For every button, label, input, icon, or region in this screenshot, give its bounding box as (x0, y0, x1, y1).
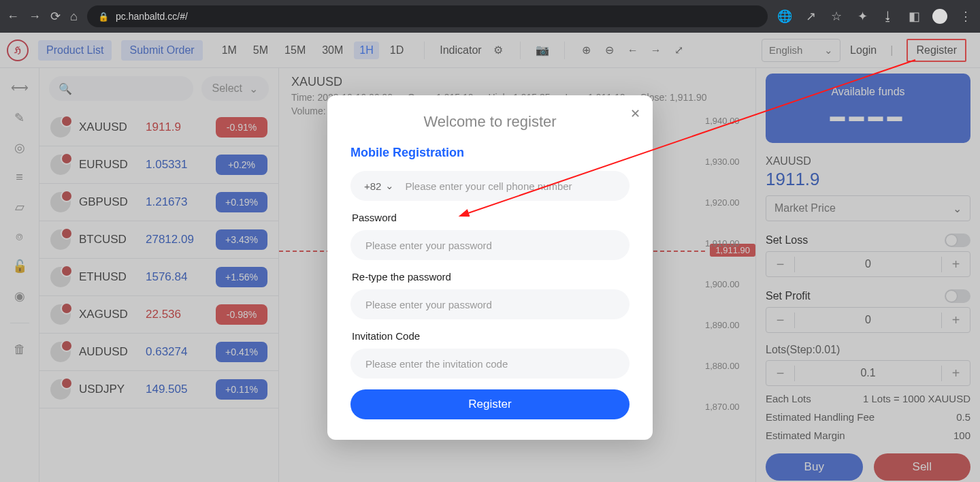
password2-label: Re-type the password (352, 271, 630, 283)
download-icon[interactable]: ⭳ (881, 9, 896, 24)
password-input[interactable] (364, 239, 616, 252)
modal-title: Welcome to register (350, 113, 630, 131)
url-text: pc.hanbaltd.cc/#/ (116, 11, 188, 22)
invite-code-input[interactable] (364, 357, 616, 370)
country-code-select[interactable]: +82 ⌄ (364, 180, 394, 192)
nav-back-icon[interactable]: ← (7, 9, 19, 24)
address-bar[interactable]: 🔒 pc.hanbaltd.cc/#/ (87, 5, 768, 27)
profile-avatar[interactable] (932, 9, 947, 24)
invite-label: Invitation Code (352, 330, 630, 342)
close-icon[interactable]: ✕ (630, 106, 640, 121)
app-root: ℌ Product List Submit Order 1M5M15M30M1H… (0, 33, 980, 482)
chevron-down-icon: ⌄ (385, 180, 394, 192)
register-modal: ✕ Welcome to register Mobile Registratio… (327, 95, 653, 440)
register-submit-button[interactable]: Register (350, 389, 630, 419)
panel-icon[interactable]: ◧ (906, 9, 921, 24)
share-icon[interactable]: ↗ (803, 9, 818, 24)
password-confirm-input[interactable] (364, 298, 616, 311)
lock-icon: 🔒 (98, 12, 109, 22)
password-label: Password (352, 212, 630, 223)
browser-toolbar: ← → ⟳ ⌂ 🔒 pc.hanbaltd.cc/#/ 🌐 ↗ ☆ ✦ ⭳ ◧ … (0, 0, 980, 33)
nav-forward-icon[interactable]: → (29, 9, 41, 24)
kebab-menu-icon[interactable]: ⋮ (958, 9, 973, 24)
modal-heading: Mobile Registration (350, 146, 630, 160)
nav-home-icon[interactable]: ⌂ (70, 9, 78, 24)
phone-field-wrap: +82 ⌄ (350, 171, 630, 201)
nav-reload-icon[interactable]: ⟳ (50, 9, 61, 24)
translate-icon[interactable]: 🌐 (777, 9, 792, 24)
extensions-icon[interactable]: ✦ (855, 9, 870, 24)
phone-input[interactable] (404, 180, 616, 193)
star-icon[interactable]: ☆ (829, 9, 844, 24)
